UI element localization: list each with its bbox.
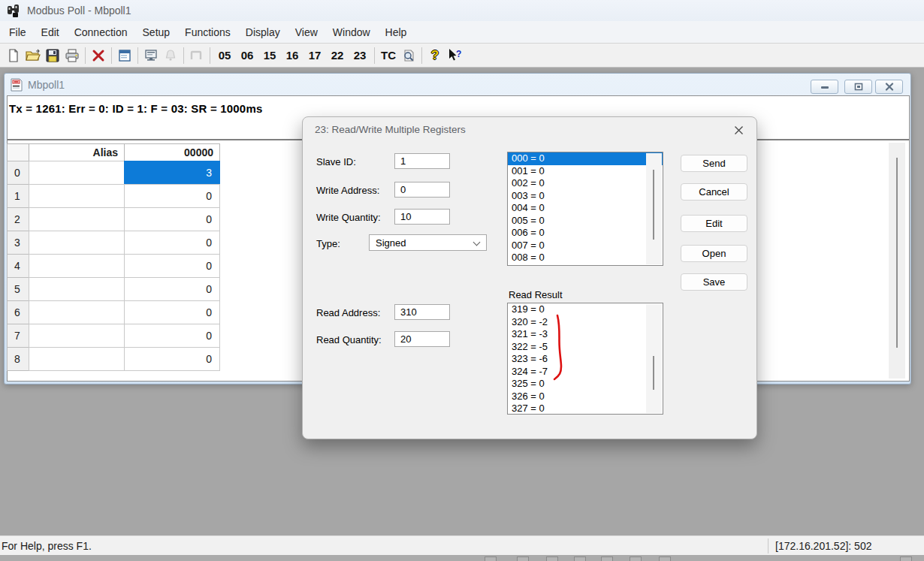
list-item[interactable]: 325 = 0 <box>508 378 663 391</box>
row-header[interactable]: 8 <box>7 347 29 371</box>
type-dropdown[interactable]: Signed <box>369 234 487 251</box>
function-06-button[interactable]: 06 <box>236 46 258 65</box>
function-17-button[interactable]: 17 <box>303 46 326 65</box>
status-separator <box>768 538 768 553</box>
row-header[interactable]: 7 <box>7 324 29 348</box>
read-list-scrollbar-thumb[interactable] <box>653 356 654 390</box>
dialog-close-button[interactable] <box>729 122 747 138</box>
write-address-field[interactable] <box>394 182 450 198</box>
alias-column-header[interactable]: Alias <box>29 143 125 161</box>
value-cell[interactable]: 0 <box>124 347 220 371</box>
read-list-scrollbar[interactable] <box>646 304 662 413</box>
list-item[interactable]: 002 = 0 <box>508 177 663 190</box>
grid-vertical-scrollbar[interactable] <box>889 143 905 379</box>
row-header[interactable]: 0 <box>7 161 29 185</box>
print-button[interactable] <box>62 46 82 65</box>
list-item[interactable]: 007 = 0 <box>508 240 663 252</box>
alias-cell[interactable] <box>29 347 125 371</box>
function-22-button[interactable]: 22 <box>326 46 349 65</box>
list-item[interactable]: 008 = 0 <box>508 252 663 264</box>
menu-file[interactable]: File <box>2 23 34 41</box>
list-item[interactable]: 322 = -5 <box>508 341 663 354</box>
save-button[interactable]: Save <box>681 273 747 291</box>
read-address-field[interactable] <box>394 304 450 320</box>
alias-cell[interactable] <box>29 161 125 185</box>
value-cell[interactable]: 0 <box>124 254 220 278</box>
menu-connection[interactable]: Connection <box>67 23 135 41</box>
save-file-button[interactable] <box>43 46 62 65</box>
row-header[interactable]: 4 <box>7 254 29 278</box>
list-item[interactable]: 327 = 0 <box>508 403 663 415</box>
send-button[interactable]: Send <box>681 155 747 172</box>
function-23-button[interactable]: 23 <box>349 46 371 65</box>
alias-cell[interactable] <box>29 254 125 278</box>
alias-cell[interactable] <box>29 184 125 208</box>
write-registers-listbox[interactable]: 000 = 0 001 = 0 002 = 0 003 = 0 004 = 0 … <box>507 152 663 266</box>
open-file-button[interactable] <box>23 46 43 65</box>
value-cell[interactable]: 0 <box>124 231 220 255</box>
test-center-button[interactable]: TC <box>378 46 399 65</box>
value-cell[interactable]: 0 <box>124 300 220 324</box>
value-cell-selected[interactable]: 3 <box>124 161 220 185</box>
function-16-button[interactable]: 16 <box>281 46 303 65</box>
list-item[interactable]: 320 = -2 <box>508 316 663 329</box>
help-button[interactable]: ? <box>425 46 445 65</box>
write-list-scrollbar-thumb[interactable] <box>653 170 654 240</box>
list-item[interactable]: 323 = -6 <box>508 353 663 366</box>
new-file-button[interactable] <box>4 46 23 65</box>
display-setup-button[interactable] <box>115 46 134 65</box>
slave-id-field[interactable] <box>394 153 450 169</box>
edit-button[interactable]: Edit <box>681 215 747 232</box>
row-header[interactable]: 5 <box>7 277 29 301</box>
read-quantity-field[interactable] <box>394 331 450 347</box>
grid-scrollbar-thumb[interactable] <box>896 158 898 348</box>
list-item[interactable]: 001 = 0 <box>508 165 663 178</box>
menu-view[interactable]: View <box>288 23 325 41</box>
alias-cell[interactable] <box>29 207 125 231</box>
value-cell[interactable]: 0 <box>124 184 220 208</box>
list-item[interactable]: 324 = -7 <box>508 366 663 379</box>
value-cell[interactable]: 0 <box>124 207 220 231</box>
function-05-button[interactable]: 05 <box>213 46 236 65</box>
poll-definition-button[interactable] <box>141 46 161 65</box>
row-header[interactable]: 2 <box>7 207 29 231</box>
mbpoll1-titlebar[interactable]: Mbpoll1 <box>5 74 910 95</box>
zoom-document-button[interactable] <box>399 46 418 65</box>
alias-cell[interactable] <box>29 277 125 301</box>
read-result-listbox[interactable]: 319 = 0 320 = -2 321 = -3 322 = -5 323 =… <box>507 303 663 415</box>
alias-cell[interactable] <box>29 324 125 348</box>
row-header[interactable]: 3 <box>7 231 29 255</box>
menu-setup[interactable]: Setup <box>135 23 178 41</box>
child-close-button[interactable] <box>875 80 903 94</box>
delete-button[interactable] <box>89 46 108 65</box>
list-item-selected[interactable]: 000 = 0 <box>508 152 663 165</box>
context-help-button[interactable]: ? <box>445 46 464 65</box>
cancel-button[interactable]: Cancel <box>681 183 747 201</box>
list-item[interactable]: 319 = 0 <box>508 303 663 316</box>
write-quantity-field[interactable] <box>394 209 450 225</box>
open-button[interactable]: Open <box>681 245 747 262</box>
row-header[interactable]: 1 <box>7 184 29 208</box>
alias-cell[interactable] <box>29 300 125 324</box>
menu-functions[interactable]: Functions <box>177 23 238 41</box>
menu-window[interactable]: Window <box>325 23 378 41</box>
menu-help[interactable]: Help <box>378 23 415 41</box>
list-item[interactable]: 321 = -3 <box>508 328 663 341</box>
menu-edit[interactable]: Edit <box>34 23 67 41</box>
child-maximize-button[interactable] <box>844 80 872 94</box>
list-item[interactable]: 006 = 0 <box>508 227 663 240</box>
alias-cell[interactable] <box>29 231 125 255</box>
list-item[interactable]: 326 = 0 <box>508 391 663 403</box>
value-column-header[interactable]: 00000 <box>124 143 220 161</box>
child-minimize-button[interactable] <box>811 80 838 94</box>
row-header[interactable]: 6 <box>7 300 29 324</box>
list-item[interactable]: 004 = 0 <box>508 202 663 215</box>
value-cell[interactable]: 0 <box>124 324 220 348</box>
context-help-icon: ? <box>446 48 463 62</box>
menu-display[interactable]: Display <box>238 23 288 41</box>
write-list-scrollbar[interactable] <box>646 153 662 264</box>
list-item[interactable]: 003 = 0 <box>508 190 663 203</box>
list-item[interactable]: 005 = 0 <box>508 215 663 228</box>
function-15-button[interactable]: 15 <box>258 46 281 65</box>
value-cell[interactable]: 0 <box>124 277 220 301</box>
